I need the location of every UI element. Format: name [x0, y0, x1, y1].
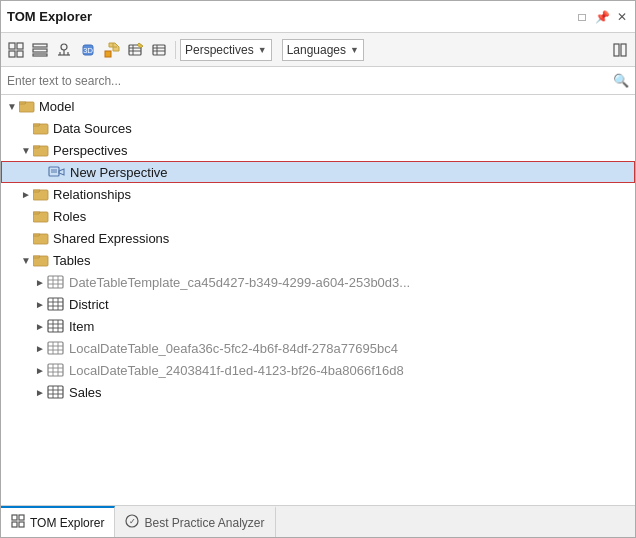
expand-model[interactable]: ▼: [5, 99, 19, 113]
toolbar-btn-3[interactable]: [53, 39, 75, 61]
svg-rect-50: [48, 342, 63, 354]
table-icon-localdate2: [47, 362, 65, 378]
close-button[interactable]: ✕: [615, 10, 629, 24]
folder-icon-relationships: [33, 187, 49, 201]
tree-label-localdate1: LocalDateTable_0eafa36c-5fc2-4b6f-84df-2…: [69, 341, 398, 356]
svg-rect-2: [9, 51, 15, 57]
toolbar-btn-2[interactable]: [29, 39, 51, 61]
tree-label-district: District: [69, 297, 109, 312]
svg-rect-24: [621, 44, 626, 56]
svg-rect-45: [48, 320, 63, 332]
minimize-button[interactable]: □: [575, 10, 589, 24]
expand-district[interactable]: ►: [33, 297, 47, 311]
perspective-icon: [48, 164, 66, 180]
dock-button[interactable]: [609, 39, 631, 61]
expand-relationships[interactable]: ►: [19, 187, 33, 201]
tree-label-datetemplate: DateTableTemplate_ca45d427-b349-4299-a60…: [69, 275, 410, 290]
expand-localdate2[interactable]: ►: [33, 363, 47, 377]
svg-rect-19: [153, 45, 165, 55]
svg-rect-23: [614, 44, 619, 56]
tree-label-sales: Sales: [69, 385, 102, 400]
svg-rect-14: [105, 51, 111, 57]
svg-rect-65: [12, 515, 17, 520]
tree-item-roles[interactable]: Roles: [1, 205, 635, 227]
folder-icon-shared-expressions: [33, 231, 49, 245]
folder-icon-data-sources: [33, 121, 49, 135]
expand-datetemplate[interactable]: ►: [33, 275, 47, 289]
svg-text:3D: 3D: [83, 46, 93, 55]
svg-rect-40: [48, 298, 63, 310]
tree-item-district[interactable]: ► District: [1, 293, 635, 315]
tree-item-tables[interactable]: ▼ Tables: [1, 249, 635, 271]
tree-item-new-perspective[interactable]: New Perspective: [1, 161, 635, 183]
languages-dropdown[interactable]: Languages ▼: [282, 39, 364, 61]
tab-tom-explorer[interactable]: TOM Explorer: [1, 506, 115, 537]
tab-best-practice-analyzer-icon: ✓: [125, 514, 139, 531]
tree-item-localdate1[interactable]: ► LocalDateTable_0eafa36c-5fc2-4b6f-84df…: [1, 337, 635, 359]
expand-localdate1[interactable]: ►: [33, 341, 47, 355]
tree-item-data-sources[interactable]: Data Sources: [1, 117, 635, 139]
search-input[interactable]: [7, 74, 613, 88]
table-icon-item: [47, 318, 65, 334]
tree-label-tables: Tables: [53, 253, 91, 268]
expand-item[interactable]: ►: [33, 319, 47, 333]
model-icon: [19, 99, 35, 113]
toolbar-btn-4[interactable]: 3D: [77, 39, 99, 61]
tom-explorer-window: TOM Explorer □ 📌 ✕ 3D: [0, 0, 636, 538]
svg-rect-60: [48, 386, 63, 398]
svg-rect-55: [48, 364, 63, 376]
toolbar-btn-6[interactable]: [125, 39, 147, 61]
tree-label-relationships: Relationships: [53, 187, 131, 202]
toolbar-btn-7[interactable]: [149, 39, 171, 61]
tree-item-sales[interactable]: ► Sales: [1, 381, 635, 403]
bottom-tab-bar: TOM Explorer ✓ Best Practice Analyzer: [1, 505, 635, 537]
tree-item-item[interactable]: ► Item: [1, 315, 635, 337]
toolbar: 3D Perspectives ▼ Languages ▼: [1, 33, 635, 67]
svg-text:✓: ✓: [129, 517, 136, 526]
tree-item-datetemplate[interactable]: ► DateTableTemplate_ca45d427-b349-4299-a…: [1, 271, 635, 293]
tree-label-item: Item: [69, 319, 94, 334]
tree-item-shared-expressions[interactable]: Shared Expressions: [1, 227, 635, 249]
tree-item-perspectives[interactable]: ▼ Perspectives: [1, 139, 635, 161]
tree-label-localdate2: LocalDateTable_2403841f-d1ed-4123-bf26-4…: [69, 363, 404, 378]
tree-label-model: Model: [39, 99, 74, 114]
tab-tom-explorer-label: TOM Explorer: [30, 516, 104, 530]
table-icon-sales: [47, 384, 65, 400]
tab-best-practice-analyzer-label: Best Practice Analyzer: [144, 516, 264, 530]
tree-item-relationships[interactable]: ► Relationships: [1, 183, 635, 205]
svg-rect-66: [19, 515, 24, 520]
toolbar-btn-5[interactable]: [101, 39, 123, 61]
expand-tables[interactable]: ▼: [19, 253, 33, 267]
tree-label-shared-expressions: Shared Expressions: [53, 231, 169, 246]
svg-rect-67: [12, 522, 17, 527]
window-title: TOM Explorer: [7, 9, 92, 24]
tree-label-data-sources: Data Sources: [53, 121, 132, 136]
svg-rect-5: [33, 49, 47, 52]
table-icon-datetemplate: [47, 274, 65, 290]
perspectives-dropdown[interactable]: Perspectives ▼: [180, 39, 272, 61]
tree-label-perspectives: Perspectives: [53, 143, 127, 158]
svg-point-7: [61, 44, 67, 50]
svg-rect-4: [33, 44, 47, 47]
search-bar: 🔍: [1, 67, 635, 95]
svg-rect-35: [48, 276, 63, 288]
tree-item-model[interactable]: ▼ Model: [1, 95, 635, 117]
folder-icon-roles: [33, 209, 49, 223]
expand-perspectives[interactable]: ▼: [19, 143, 33, 157]
folder-icon-tables: [33, 253, 49, 267]
tree-view: ▼ Model Data Sources ▼ Perspectives N: [1, 95, 635, 505]
tree-item-localdate2[interactable]: ► LocalDateTable_2403841f-d1ed-4123-bf26…: [1, 359, 635, 381]
table-icon-district: [47, 296, 65, 312]
tab-tom-explorer-icon: [11, 514, 25, 531]
pin-button[interactable]: 📌: [595, 10, 609, 24]
tree-label-new-perspective: New Perspective: [70, 165, 168, 180]
title-bar-controls: □ 📌 ✕: [575, 10, 629, 24]
tab-best-practice-analyzer[interactable]: ✓ Best Practice Analyzer: [115, 506, 275, 537]
expand-sales[interactable]: ►: [33, 385, 47, 399]
search-icon: 🔍: [613, 73, 629, 88]
svg-rect-0: [9, 43, 15, 49]
toolbar-btn-1[interactable]: [5, 39, 27, 61]
svg-rect-1: [17, 43, 23, 49]
tree-label-roles: Roles: [53, 209, 86, 224]
table-icon-localdate1: [47, 340, 65, 356]
